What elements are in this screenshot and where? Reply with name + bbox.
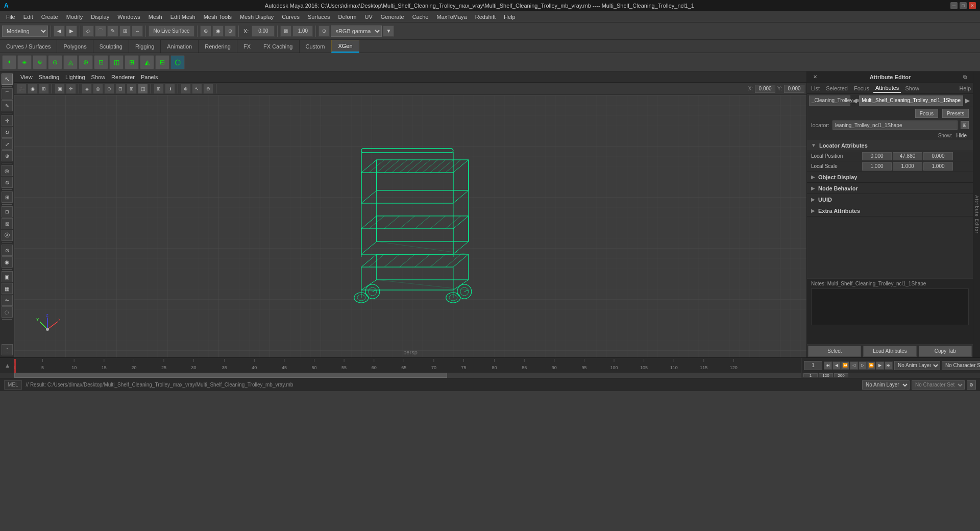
attr-tab-list[interactable]: List [809, 84, 822, 92]
render-preview-btn[interactable]: ◉ [2, 256, 13, 268]
append-poly-btn[interactable]: ▦ [2, 283, 13, 294]
measure-btn[interactable]: ⊠ [2, 218, 13, 229]
vp-tb-bookmarks[interactable]: ⊞ [39, 84, 49, 94]
mode-dropdown[interactable]: Modeling [2, 26, 48, 37]
local-pos-y[interactable]: 47.880 [893, 152, 922, 160]
menu-item-mesh[interactable]: Mesh [144, 13, 166, 21]
menu-item-redshift[interactable]: Redshift [471, 13, 500, 21]
locator-value-input[interactable] [832, 120, 958, 130]
attr-tab-attributes[interactable]: Attributes [873, 84, 901, 93]
presets-button[interactable]: Presets [942, 109, 969, 118]
menu-item-maxtomaya[interactable]: MaxToMaya [432, 13, 471, 21]
range-end-input[interactable] [819, 373, 833, 377]
range-start-input[interactable] [803, 373, 818, 377]
step-back-btn[interactable]: ⏪ [841, 361, 849, 370]
shelf-icon-xgen-8[interactable]: ◫ [109, 55, 124, 69]
play-back-btn[interactable]: ◁ [850, 361, 858, 370]
play-fwd-btn[interactable]: ▷ [859, 361, 867, 370]
mel-indicator[interactable]: MEL [4, 380, 22, 390]
multi-cut-btn[interactable]: ✁ [2, 295, 13, 306]
select-button[interactable]: Select [808, 346, 861, 357]
lasso-tool[interactable]: ⌒ [95, 26, 106, 37]
timeline-ruler[interactable]: 1 5 10 15 20 25 30 35 40 [14, 358, 801, 373]
hide-button[interactable]: Hide [954, 133, 969, 138]
prev-frame-btn[interactable]: ◀ [832, 361, 841, 370]
soft-mod-btn[interactable]: ◎ [2, 165, 13, 176]
close-btn[interactable]: ✕ [969, 2, 976, 9]
load-attributes-button[interactable]: Load Attributes [863, 346, 916, 357]
shelf-icon-xgen-10[interactable]: ◭ [140, 55, 154, 69]
snap-btns[interactable]: ⊡ [2, 206, 13, 218]
sculpt-btn[interactable]: ⊚ [2, 177, 13, 188]
go-start-btn[interactable]: ⏮ [824, 361, 832, 370]
notes-textarea[interactable] [811, 288, 969, 325]
shelf-tab-rendering[interactable]: Rendering [199, 40, 237, 53]
show-manip-btn[interactable]: ⊞ [2, 191, 13, 203]
shelf-icon-xgen-12[interactable]: ⬡ [170, 55, 185, 69]
coord-x-input[interactable] [252, 26, 275, 37]
vp-tb-select-type[interactable]: ↖ [192, 84, 202, 94]
shelf-tab-fx-caching[interactable]: FX Caching [257, 40, 299, 53]
section-object-display[interactable]: ▶ Object Display [807, 172, 973, 183]
vp-tb-select-camera[interactable]: ◉ [28, 84, 38, 94]
shelf-tab-fx[interactable]: FX [237, 40, 257, 53]
vp-menu-shading[interactable]: Shading [37, 73, 61, 81]
shelf-tab-xgen[interactable]: XGen [331, 40, 359, 53]
shelf-icon-xgen-9[interactable]: ⊞ [125, 55, 139, 69]
menu-item-mesh-tools[interactable]: Mesh Tools [200, 13, 236, 21]
character-set-dropdown[interactable]: No Character Set [942, 361, 980, 370]
rotate-btn[interactable]: ↻ [2, 127, 13, 138]
range-slider-handle[interactable] [14, 373, 447, 378]
local-scale-y[interactable]: 1.000 [893, 162, 922, 171]
focus-button[interactable]: Focus [915, 109, 938, 118]
vp-tb-object-mask[interactable]: ⊛ [203, 84, 213, 94]
annotate-btn[interactable]: Ⓐ [2, 230, 13, 241]
next-frame-btn[interactable]: ▶ [876, 361, 884, 370]
attr-editor-float-btn[interactable]: ⧉ [961, 74, 969, 80]
menu-item-deform[interactable]: Deform [334, 13, 360, 21]
menu-item-help[interactable]: Help [500, 13, 520, 21]
minimize-btn[interactable]: ─ [950, 2, 958, 9]
vp-tb-wireframe[interactable]: ◫ [138, 84, 148, 94]
section-locator-attributes[interactable]: ▼ Locator Attributes [807, 140, 973, 151]
go-end-btn[interactable]: ⏭ [885, 361, 893, 370]
step-fwd-btn[interactable]: ⏩ [867, 361, 875, 370]
menu-item-curves[interactable]: Curves [278, 13, 304, 21]
shelf-icon-xgen-7[interactable]: ⊡ [94, 55, 108, 69]
menu-item-edit[interactable]: Edit [19, 13, 37, 21]
node-prev-btn[interactable]: ◀ [851, 97, 858, 104]
menu-item-edit-mesh[interactable]: Edit Mesh [166, 13, 200, 21]
local-pos-z[interactable]: 0.000 [923, 152, 953, 160]
move-btn[interactable]: ✛ [2, 115, 13, 126]
vp-tb-2d-pan[interactable]: ✛ [66, 84, 76, 94]
select-tool[interactable]: ◇ [83, 26, 94, 37]
render-icons[interactable]: ◉ [212, 26, 224, 37]
vp-menu-panels[interactable]: Panels [139, 73, 160, 81]
menu-item-uv[interactable]: UV [360, 13, 376, 21]
more-tools-btn[interactable]: ⋮ [2, 344, 13, 355]
section-uuid[interactable]: ▶ UUID [807, 194, 973, 205]
shelf-icon-xgen-6[interactable]: ⊛ [79, 55, 93, 69]
camera-tool-btn[interactable]: ⊙ [2, 245, 13, 256]
menu-item-modify[interactable]: Modify [62, 13, 87, 21]
select-tool-btn[interactable]: ↖ [2, 74, 13, 85]
snap-grid[interactable]: ⊞ [119, 26, 131, 37]
paint-weights-btn[interactable]: ◌ [2, 306, 13, 318]
attr-tab-focus[interactable]: Focus [852, 84, 871, 92]
shelf-icon-xgen-4[interactable]: ⊙ [48, 55, 62, 69]
vp-menu-show[interactable]: Show [89, 73, 108, 81]
menu-item-create[interactable]: Create [37, 13, 62, 21]
local-scale-z[interactable]: 1.000 [923, 162, 953, 171]
create-poly-btn[interactable]: ▣ [2, 271, 13, 282]
scale-btn[interactable]: ⤢ [2, 138, 13, 150]
menu-item-mesh-display[interactable]: Mesh Display [236, 13, 278, 21]
vp-tb-smooth-shade[interactable]: ⊞ [127, 84, 137, 94]
vp-tb-manip[interactable]: ⊕ [181, 84, 191, 94]
shelf-icon-xgen-5[interactable]: ◬ [63, 55, 78, 69]
section-node-behavior[interactable]: ▶ Node Behavior [807, 183, 973, 194]
menu-item-generate[interactable]: Generate [377, 13, 408, 21]
timeline-inner[interactable]: 1 5 10 15 20 25 30 35 40 [14, 359, 801, 373]
node-next-btn[interactable]: ▶ [964, 97, 971, 104]
node-long-name[interactable]: Multi_Shelf_Cleaning_Trolley_ncl1_1Shape [859, 95, 963, 106]
scale-input[interactable] [292, 26, 313, 37]
